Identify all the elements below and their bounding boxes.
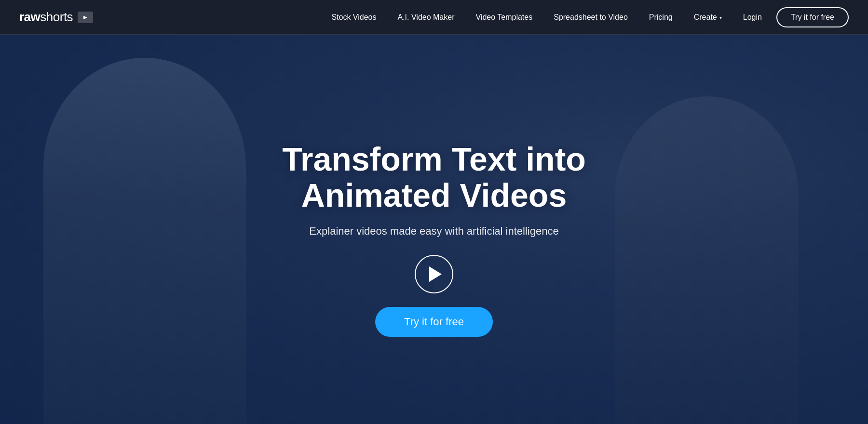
- nav-item-ai-video-maker[interactable]: A.I. Video Maker: [387, 9, 465, 26]
- hero-title: Transform Text into Animated Videos: [217, 141, 651, 213]
- hero-content: Transform Text into Animated Videos Expl…: [217, 141, 651, 337]
- nav-item-create[interactable]: Create ▾: [683, 9, 732, 26]
- hero-cta-button[interactable]: Try it for free: [375, 307, 493, 337]
- play-video-button[interactable]: [415, 255, 453, 293]
- nav-item-pricing[interactable]: Pricing: [638, 9, 683, 26]
- nav-try-free-button[interactable]: Try it for free: [776, 7, 849, 27]
- nav-login-link[interactable]: Login: [732, 9, 773, 26]
- logo[interactable]: rawshorts: [19, 10, 93, 25]
- hero-subtitle: Explainer videos made easy with artifici…: [309, 225, 558, 238]
- nav-item-video-templates[interactable]: Video Templates: [465, 9, 543, 26]
- nav-item-stock-videos[interactable]: Stock Videos: [321, 9, 387, 26]
- nav-links: Stock Videos A.I. Video Maker Video Temp…: [321, 9, 732, 26]
- logo-text: rawshorts: [19, 10, 73, 25]
- nav-item-spreadsheet-to-video[interactable]: Spreadsheet to Video: [543, 9, 638, 26]
- navbar: rawshorts Stock Videos A.I. Video Maker …: [0, 0, 868, 35]
- play-icon: [429, 266, 442, 282]
- hero-section: Transform Text into Animated Videos Expl…: [0, 0, 868, 424]
- logo-play-icon: [78, 12, 93, 23]
- chevron-down-icon: ▾: [719, 15, 722, 20]
